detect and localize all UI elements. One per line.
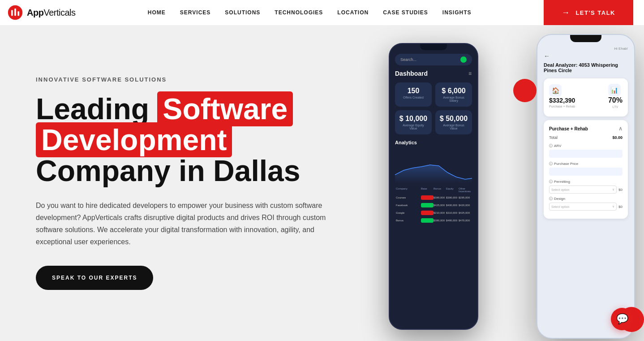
- chat-icon: 💬: [616, 313, 628, 325]
- pf-purchase-block: 🏠 $332,390 Purchase + Rehab: [549, 84, 575, 108]
- pb-stat-label-0: Offers Created: [399, 96, 428, 99]
- pf-design-placeholder: Select option: [551, 205, 569, 208]
- pb-menu-icon: ≡: [468, 70, 472, 77]
- pf-main-card: 🏠 $332,390 Purchase + Rehab 📊 70% LTV: [544, 78, 628, 117]
- pf-design-label: ⓘ Design: [549, 196, 623, 201]
- pf-design-zero: $0: [618, 205, 623, 209]
- title-development-highlight: Development: [36, 122, 232, 157]
- pf-permitting-zero: $0: [618, 188, 623, 192]
- pb-stat-num-2: $ 10,000: [399, 115, 428, 123]
- pb-stats-grid: 150 Offers Created $ 6,000 Average Bonus…: [395, 82, 472, 134]
- pf-info-icon-arv: ⓘ: [549, 143, 553, 148]
- pf-permitting-row: Select option ∨ $0: [549, 186, 623, 194]
- pf-ltv-icon: 📊: [608, 84, 621, 96]
- phone-front: Hi Ehab! ← Deal Analyzer: 4053 Whisperin…: [537, 34, 635, 339]
- pf-chevron-icon: ∧: [618, 125, 623, 132]
- pf-design-select[interactable]: Select option ∨: [549, 203, 617, 211]
- hero-section: INNOVATIVE SOFTWARE SOLUTIONS Leading So…: [0, 25, 644, 341]
- title-leading: Leading: [36, 92, 149, 125]
- pb-analytics-title: Analytics: [395, 140, 472, 145]
- pf-ltv-block: 📊 70% LTV: [608, 84, 623, 108]
- arrow-icon: →: [562, 8, 571, 17]
- pf-deal-title: Deal Analyzer: 4053 Whispering Pines Cir…: [544, 62, 628, 73]
- hero-content: INNOVATIVE SOFTWARE SOLUTIONS Leading So…: [0, 76, 367, 290]
- nav-case-studies[interactable]: CASE STUDIES: [383, 9, 428, 16]
- pf-greeting: Hi Ehab!: [544, 47, 628, 51]
- pf-purchase-label: Purchase + Rehab: [549, 105, 575, 108]
- pf-purchase-input[interactable]: [549, 168, 623, 176]
- phone-front-notch: [570, 35, 601, 42]
- pf-arv-input[interactable]: [549, 150, 623, 158]
- pb-stat-num-0: 150: [399, 87, 428, 95]
- pf-section-title: Purchase + Rehab ∧: [549, 125, 623, 132]
- pf-purchase-label-field: ⓘ Purchase Price: [549, 161, 623, 166]
- nav-technologies[interactable]: TECHNOLOGIES: [275, 9, 323, 16]
- phone-container: Search... Dashboard ≡ 150 Offers Created: [384, 25, 644, 341]
- logo[interactable]: AppVerticals: [7, 4, 75, 21]
- title-software-highlight: Software: [157, 91, 293, 126]
- pf-permitting-select[interactable]: Select option ∨: [549, 186, 617, 194]
- pb-stat-num-1: $ 6,000: [439, 87, 468, 95]
- pf-arv-label: ⓘ ARV: [549, 143, 623, 148]
- pf-select-placeholder: Select option: [551, 188, 569, 191]
- phone-back-screen: Search... Dashboard ≡ 150 Offers Created: [390, 50, 477, 229]
- pb-table: Company Base Bonus Equity Other Incentiv…: [395, 187, 472, 224]
- pf-percent: 70%: [608, 96, 623, 104]
- lets-talk-button[interactable]: → LET'S TALK: [544, 0, 633, 25]
- nav-solutions[interactable]: SOLUTIONS: [225, 9, 260, 16]
- pb-stat-3: $ 50,000 Average Bonus Value: [435, 110, 472, 134]
- phone-back: Search... Dashboard ≡ 150 Offers Created: [389, 43, 478, 330]
- title-company: Company in Dallas: [36, 154, 301, 187]
- pb-table-header: Company Base Bonus Equity Other Incentiv…: [395, 187, 472, 193]
- pf-screen: Hi Ehab! ← Deal Analyzer: 4053 Whisperin…: [537, 42, 634, 227]
- pb-search-bar: Search...: [395, 54, 472, 65]
- pb-stat-label-3: Average Bonus Value: [439, 124, 468, 130]
- pb-chart: [395, 148, 472, 184]
- pf-ltv-label: LTV: [608, 105, 623, 108]
- tag-red: [421, 195, 434, 200]
- logo-icon: [7, 4, 23, 21]
- table-row: Google $210,000 $310,000 $425,000: [395, 210, 472, 216]
- pf-permitting-label: ⓘ Permitting: [549, 179, 623, 184]
- svg-rect-2: [14, 9, 16, 16]
- pf-info-icon-purchase: ⓘ: [549, 161, 553, 166]
- phone-back-notch: [420, 44, 447, 50]
- pf-amount: $332,390: [549, 97, 575, 104]
- tag-red: [421, 211, 434, 215]
- tag-green: [421, 218, 434, 223]
- pf-purchase-icon: 🏠: [549, 84, 562, 97]
- hero-title: Leading Software Development Company in …: [36, 94, 367, 187]
- speak-to-experts-button[interactable]: SPEAK TO OUR EXPERTS: [36, 266, 153, 290]
- main-nav: HOME SERVICES SOLUTIONS TECHNOLOGIES LOC…: [148, 9, 472, 16]
- pf-total-amount: $0.00: [612, 135, 623, 140]
- svg-rect-1: [11, 10, 13, 16]
- pb-dashboard-label: Dashboard: [395, 70, 428, 77]
- pf-info-icon-permitting: ⓘ: [549, 179, 553, 184]
- nav-services[interactable]: SERVICES: [180, 9, 210, 16]
- deco-circle-top: [513, 79, 537, 102]
- nav-location[interactable]: LOCATION: [337, 9, 369, 16]
- pb-stat-label-2: Average Equity Value: [399, 124, 428, 130]
- pb-stat-2: $ 10,000 Average Equity Value: [395, 110, 432, 134]
- pf-rehab-card: Purchase + Rehab ∧ Total $0.00 ⓘ ARV: [544, 120, 628, 219]
- table-row: Facebook $425,000 $400,000 $420,000: [395, 202, 472, 208]
- pb-search-text: Search...: [400, 57, 416, 62]
- pf-design-chevron: ∨: [612, 205, 614, 208]
- table-row: Bonus $380,000 $480,000 $470,000: [395, 217, 472, 224]
- svg-rect-3: [17, 11, 19, 16]
- nav-home[interactable]: HOME: [148, 9, 166, 16]
- pf-select-chevron: ∨: [612, 188, 614, 191]
- pb-stat-label-1: Average Bonus Salary: [439, 96, 468, 102]
- pb-search-dot: [460, 56, 467, 63]
- logo-text: AppVerticals: [27, 8, 75, 18]
- table-row: Courses $390,000 $390,000 $295,000: [395, 194, 472, 201]
- pf-design-row: Select option ∨ $0: [549, 203, 623, 211]
- pf-back-arrow: ←: [544, 52, 628, 60]
- tag-green: [421, 203, 434, 207]
- pf-info-icon-design: ⓘ: [549, 196, 553, 201]
- chat-bubble-button[interactable]: 💬: [611, 308, 633, 330]
- pf-card-row: 🏠 $332,390 Purchase + Rehab 📊 70% LTV: [549, 84, 623, 108]
- pf-total-row: Total $0.00: [549, 135, 623, 140]
- nav-insights[interactable]: INSIGHTS: [442, 9, 472, 16]
- hero-eyebrow: INNOVATIVE SOFTWARE SOLUTIONS: [36, 76, 367, 83]
